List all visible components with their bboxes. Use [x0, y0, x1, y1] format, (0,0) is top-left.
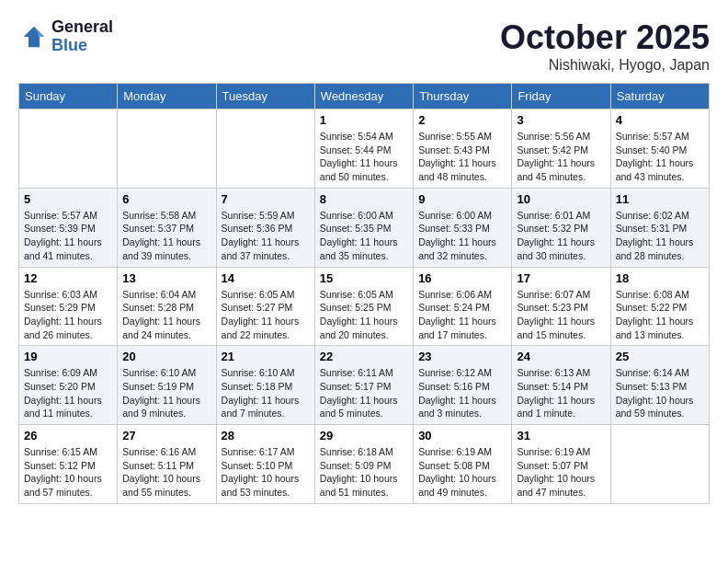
day-number: 18 [616, 271, 704, 285]
title-block: October 2025 Nishiwaki, Hyogo, Japan [500, 18, 710, 74]
day-cell: 28Sunrise: 6:17 AM Sunset: 5:10 PM Dayli… [216, 425, 314, 504]
week-row-5: 26Sunrise: 6:15 AM Sunset: 5:12 PM Dayli… [19, 425, 710, 504]
day-number: 5 [24, 192, 112, 206]
day-info: Sunrise: 6:05 AM Sunset: 5:27 PM Dayligh… [222, 288, 310, 342]
day-cell: 30Sunrise: 6:19 AM Sunset: 5:08 PM Dayli… [414, 425, 512, 504]
day-info: Sunrise: 6:00 AM Sunset: 5:33 PM Dayligh… [418, 209, 506, 263]
day-cell: 18Sunrise: 6:08 AM Sunset: 5:22 PM Dayli… [610, 267, 709, 346]
day-number: 9 [418, 192, 506, 206]
day-info: Sunrise: 6:06 AM Sunset: 5:24 PM Dayligh… [418, 288, 506, 342]
day-info: Sunrise: 6:00 AM Sunset: 5:35 PM Dayligh… [320, 209, 408, 263]
day-cell: 6Sunrise: 5:58 AM Sunset: 5:37 PM Daylig… [118, 188, 216, 267]
day-cell: 25Sunrise: 6:14 AM Sunset: 5:13 PM Dayli… [610, 346, 709, 425]
day-cell: 16Sunrise: 6:06 AM Sunset: 5:24 PM Dayli… [414, 267, 512, 346]
month-title: October 2025 [500, 18, 710, 57]
logo: General Blue [18, 18, 113, 55]
day-info: Sunrise: 6:10 AM Sunset: 5:19 PM Dayligh… [122, 366, 210, 420]
column-header-monday: Monday [118, 84, 216, 109]
day-cell: 22Sunrise: 6:11 AM Sunset: 5:17 PM Dayli… [314, 346, 413, 425]
day-cell: 31Sunrise: 6:19 AM Sunset: 5:07 PM Dayli… [512, 425, 610, 504]
day-info: Sunrise: 5:57 AM Sunset: 5:40 PM Dayligh… [616, 130, 704, 184]
column-header-saturday: Saturday [610, 84, 709, 109]
day-cell: 15Sunrise: 6:05 AM Sunset: 5:25 PM Dayli… [314, 267, 413, 346]
day-cell: 17Sunrise: 6:07 AM Sunset: 5:23 PM Dayli… [512, 267, 610, 346]
day-info: Sunrise: 6:12 AM Sunset: 5:16 PM Dayligh… [418, 366, 506, 420]
day-info: Sunrise: 6:11 AM Sunset: 5:17 PM Dayligh… [320, 366, 408, 420]
day-number: 27 [122, 429, 210, 442]
day-number: 31 [517, 429, 605, 442]
day-info: Sunrise: 6:07 AM Sunset: 5:23 PM Dayligh… [517, 288, 605, 342]
day-info: Sunrise: 6:17 AM Sunset: 5:10 PM Dayligh… [222, 445, 310, 500]
day-number: 15 [320, 271, 408, 285]
day-cell: 5Sunrise: 5:57 AM Sunset: 5:39 PM Daylig… [19, 188, 118, 267]
day-info: Sunrise: 6:13 AM Sunset: 5:14 PM Dayligh… [517, 366, 605, 420]
day-number: 1 [320, 113, 408, 127]
day-cell: 27Sunrise: 6:16 AM Sunset: 5:11 PM Dayli… [118, 425, 216, 504]
day-info: Sunrise: 6:05 AM Sunset: 5:25 PM Dayligh… [320, 288, 408, 342]
logo-line1: General [51, 18, 113, 37]
calendar: SundayMondayTuesdayWednesdayThursdayFrid… [18, 83, 710, 504]
day-number: 12 [24, 271, 112, 285]
day-cell: 19Sunrise: 6:09 AM Sunset: 5:20 PM Dayli… [19, 346, 118, 425]
day-info: Sunrise: 6:19 AM Sunset: 5:07 PM Dayligh… [517, 445, 605, 500]
day-number: 13 [122, 271, 210, 285]
day-cell: 7Sunrise: 5:59 AM Sunset: 5:36 PM Daylig… [216, 188, 314, 267]
column-header-wednesday: Wednesday [314, 84, 413, 109]
day-cell [610, 425, 709, 504]
day-number: 3 [517, 113, 605, 127]
logo-icon [20, 23, 48, 51]
day-number: 26 [24, 429, 112, 442]
day-number: 19 [24, 350, 112, 363]
day-number: 7 [222, 192, 310, 206]
day-number: 14 [222, 271, 310, 285]
day-info: Sunrise: 6:15 AM Sunset: 5:12 PM Dayligh… [24, 445, 112, 500]
day-number: 11 [616, 192, 704, 206]
day-info: Sunrise: 6:14 AM Sunset: 5:13 PM Dayligh… [616, 366, 704, 420]
day-cell [118, 109, 216, 189]
day-info: Sunrise: 6:01 AM Sunset: 5:32 PM Dayligh… [517, 209, 605, 263]
day-cell: 24Sunrise: 6:13 AM Sunset: 5:14 PM Dayli… [512, 346, 610, 425]
day-number: 8 [320, 192, 408, 206]
column-header-tuesday: Tuesday [216, 84, 314, 109]
day-cell: 11Sunrise: 6:02 AM Sunset: 5:31 PM Dayli… [610, 188, 709, 267]
day-cell: 29Sunrise: 6:18 AM Sunset: 5:09 PM Dayli… [314, 425, 413, 504]
location: Nishiwaki, Hyogo, Japan [500, 57, 710, 74]
day-info: Sunrise: 6:02 AM Sunset: 5:31 PM Dayligh… [616, 209, 704, 263]
day-number: 30 [418, 429, 506, 442]
day-cell: 3Sunrise: 5:56 AM Sunset: 5:42 PM Daylig… [512, 109, 610, 189]
day-number: 23 [418, 350, 506, 363]
column-header-thursday: Thursday [414, 84, 512, 109]
day-cell: 13Sunrise: 6:04 AM Sunset: 5:28 PM Dayli… [118, 267, 216, 346]
week-row-1: 1Sunrise: 5:54 AM Sunset: 5:44 PM Daylig… [19, 109, 710, 189]
day-info: Sunrise: 5:58 AM Sunset: 5:37 PM Dayligh… [122, 209, 210, 263]
day-info: Sunrise: 6:16 AM Sunset: 5:11 PM Dayligh… [122, 445, 210, 500]
day-number: 22 [320, 350, 408, 363]
day-number: 20 [122, 350, 210, 363]
day-info: Sunrise: 6:18 AM Sunset: 5:09 PM Dayligh… [320, 445, 408, 500]
column-header-friday: Friday [512, 84, 610, 109]
day-cell: 2Sunrise: 5:55 AM Sunset: 5:43 PM Daylig… [414, 109, 512, 189]
day-number: 28 [222, 429, 310, 442]
day-cell: 10Sunrise: 6:01 AM Sunset: 5:32 PM Dayli… [512, 188, 610, 267]
day-cell [19, 109, 118, 189]
day-info: Sunrise: 5:59 AM Sunset: 5:36 PM Dayligh… [222, 209, 310, 263]
day-number: 6 [122, 192, 210, 206]
day-info: Sunrise: 6:09 AM Sunset: 5:20 PM Dayligh… [24, 366, 112, 420]
logo-line2: Blue [51, 37, 113, 55]
day-cell: 12Sunrise: 6:03 AM Sunset: 5:29 PM Dayli… [19, 267, 118, 346]
day-number: 4 [616, 113, 704, 127]
day-cell: 14Sunrise: 6:05 AM Sunset: 5:27 PM Dayli… [216, 267, 314, 346]
day-cell: 21Sunrise: 6:10 AM Sunset: 5:18 PM Dayli… [216, 346, 314, 425]
day-info: Sunrise: 6:08 AM Sunset: 5:22 PM Dayligh… [616, 288, 704, 342]
day-info: Sunrise: 6:10 AM Sunset: 5:18 PM Dayligh… [222, 366, 310, 420]
day-cell: 23Sunrise: 6:12 AM Sunset: 5:16 PM Dayli… [414, 346, 512, 425]
day-number: 16 [418, 271, 506, 285]
week-row-4: 19Sunrise: 6:09 AM Sunset: 5:20 PM Dayli… [19, 346, 710, 425]
day-number: 29 [320, 429, 408, 442]
day-info: Sunrise: 6:03 AM Sunset: 5:29 PM Dayligh… [24, 288, 112, 342]
day-info: Sunrise: 6:04 AM Sunset: 5:28 PM Dayligh… [122, 288, 210, 342]
header: General Blue October 2025 Nishiwaki, Hyo… [18, 18, 710, 74]
day-info: Sunrise: 5:57 AM Sunset: 5:39 PM Dayligh… [24, 209, 112, 263]
day-cell: 1Sunrise: 5:54 AM Sunset: 5:44 PM Daylig… [314, 109, 413, 189]
day-number: 2 [418, 113, 506, 127]
